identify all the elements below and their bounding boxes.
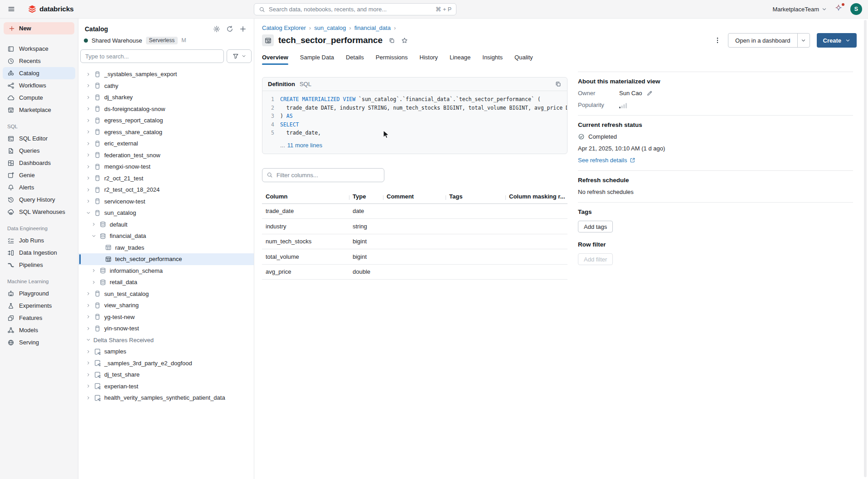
more-lines-link[interactable]: 11 more lines [287, 142, 322, 149]
sidebar-item-dashboards[interactable]: Dashboards [3, 157, 75, 169]
tree-item-egress-share-catalog[interactable]: egress_share_catalog [78, 126, 254, 138]
tab-quality[interactable]: Quality [514, 54, 533, 65]
chevron-right-icon[interactable] [85, 199, 92, 203]
sidebar-item-sql-editor[interactable]: SQL Editor [3, 132, 75, 145]
warehouse-selector[interactable]: Shared Warehouse Serverless M [78, 35, 254, 48]
sidebar-item-playground[interactable]: Playground [3, 287, 75, 300]
tree-item-default[interactable]: default [78, 219, 254, 231]
breadcrumb-financial-data[interactable]: financial_data [354, 24, 391, 31]
chevron-right-icon[interactable] [85, 188, 92, 192]
chevron-down-icon[interactable] [90, 234, 97, 238]
tab-details[interactable]: Details [346, 54, 364, 65]
workspace-switcher[interactable]: MarketplaceTeam [772, 6, 827, 13]
sidebar-item-features[interactable]: Features [3, 312, 75, 324]
menu-icon[interactable] [8, 5, 15, 13]
chevron-right-icon[interactable] [85, 165, 92, 169]
add-tags-button[interactable]: Add tags [578, 221, 613, 232]
chevron-right-icon[interactable] [85, 72, 92, 77]
tab-lineage[interactable]: Lineage [450, 54, 470, 65]
add-catalog-icon[interactable] [239, 25, 247, 33]
sidebar-item-serving[interactable]: Serving [3, 336, 75, 348]
vertical-scrollbar[interactable] [864, 20, 867, 477]
chevron-right-icon[interactable] [85, 373, 92, 377]
sidebar-item-catalog[interactable]: Catalog [3, 67, 75, 79]
breadcrumb-sun-catalog[interactable]: sun_catalog [314, 24, 346, 31]
refresh-icon[interactable] [226, 25, 233, 33]
tree-item-health-verity-samples-synthetic-patient-data[interactable]: health_verity_samples_synthetic_patient_… [78, 392, 254, 404]
chevron-right-icon[interactable] [85, 106, 92, 111]
assistant-sparkle-icon[interactable] [834, 4, 843, 14]
tree-item-federation-test-snow[interactable]: federation_test_snow [78, 150, 254, 161]
tree-item-financial-data[interactable]: financial_data [78, 230, 254, 242]
catalog-filter-button[interactable] [227, 49, 252, 63]
create-button[interactable]: Create [817, 33, 857, 48]
sidebar-item-queries[interactable]: Queries [3, 145, 75, 157]
sidebar-item-marketplace[interactable]: Marketplace [3, 104, 75, 116]
chevron-down-icon[interactable] [85, 211, 92, 215]
breadcrumb-catalog-explorer[interactable]: Catalog Explorer [262, 24, 306, 31]
tree-item-experian-test[interactable]: experian-test [78, 381, 254, 392]
tree-item-egress-report-catalog[interactable]: egress_report_catalog [78, 115, 254, 126]
filter-columns-input[interactable] [276, 172, 380, 179]
add-filter-button[interactable]: Add filter [578, 253, 613, 265]
favorite-icon[interactable] [401, 37, 408, 44]
tab-history[interactable]: History [420, 54, 438, 65]
global-search[interactable]: ⌘ + P [254, 3, 456, 15]
chevron-right-icon[interactable] [85, 314, 92, 319]
catalog-search-input[interactable] [80, 49, 224, 63]
more-actions-icon[interactable] [714, 37, 721, 44]
copy-sql-icon[interactable] [555, 81, 562, 87]
chevron-right-icon[interactable] [85, 291, 92, 296]
copy-name-icon[interactable] [388, 37, 395, 44]
sidebar-item-pipelines[interactable]: Pipelines [3, 259, 75, 271]
sidebar-item-workflows[interactable]: Workflows [3, 79, 75, 92]
avatar[interactable]: S [850, 3, 862, 15]
chevron-right-icon[interactable] [85, 303, 92, 308]
edit-owner-icon[interactable] [646, 90, 653, 97]
tree-item-eric-external[interactable]: eric_external [78, 138, 254, 150]
tab-overview[interactable]: Overview [262, 54, 288, 65]
open-dashboard-caret[interactable] [797, 34, 810, 47]
tab-permissions[interactable]: Permissions [376, 54, 408, 65]
open-in-dashboard-button[interactable]: Open in a dashboard [728, 33, 810, 48]
chevron-right-icon[interactable] [85, 361, 92, 365]
tree-item-servicenow-test[interactable]: servicenow-test [78, 196, 254, 208]
sidebar-item-sql-warehouses[interactable]: SQL Warehouses [3, 206, 75, 218]
tree-item-sun-catalog[interactable]: sun_catalog [78, 207, 254, 219]
tree-item-r2-test-oct-18-2024[interactable]: r2_test_oct_18_2024 [78, 184, 254, 196]
sidebar-item-models[interactable]: Models [3, 324, 75, 336]
tree-item-samples[interactable]: samples [78, 346, 254, 358]
filter-columns[interactable] [262, 168, 384, 182]
tree-item-yin-snow-test[interactable]: yin-snow-test [78, 323, 254, 334]
chevron-right-icon[interactable] [85, 396, 92, 400]
chevron-right-icon[interactable] [90, 222, 97, 227]
chevron-right-icon[interactable] [85, 384, 92, 388]
tree-item-sun-test-catalog[interactable]: sun_test_catalog [78, 288, 254, 300]
tree-item-information-schema[interactable]: information_schema [78, 265, 254, 277]
gear-icon[interactable] [213, 25, 220, 33]
sidebar-item-workspace[interactable]: Workspace [3, 43, 75, 55]
tree-item-raw-trades[interactable]: raw_trades [78, 242, 254, 254]
refresh-details-link[interactable]: See refresh details [578, 157, 635, 164]
tree-item-tech-sector-performance[interactable]: tech_sector_performance [78, 253, 254, 265]
sidebar-item-compute[interactable]: Compute [3, 92, 75, 104]
sidebar-item-genie[interactable]: Genie [3, 169, 75, 181]
chevron-right-icon[interactable] [85, 130, 92, 134]
chevron-right-icon[interactable] [90, 268, 97, 273]
tree-item-r2-oct-21-test[interactable]: r2_oct_21_test [78, 173, 254, 184]
tree-item-yg-test-new[interactable]: yg-test-new [78, 311, 254, 323]
chevron-right-icon[interactable] [85, 326, 92, 331]
sidebar-item-experiments[interactable]: Experiments [3, 300, 75, 312]
tree-item-systables-samples-export[interactable]: _systables_samples_export [78, 68, 254, 80]
tree-item-view-sharing[interactable]: view_sharing [78, 300, 254, 311]
tree-item-cathy[interactable]: cathy [78, 80, 254, 92]
chevron-down-icon[interactable] [85, 338, 92, 342]
tree-item-dj-sharkey[interactable]: dj_sharkey [78, 92, 254, 103]
tab-insights[interactable]: Insights [482, 54, 503, 65]
chevron-right-icon[interactable] [85, 95, 92, 100]
chevron-right-icon[interactable] [85, 118, 92, 123]
sidebar-item-query-history[interactable]: Query History [3, 194, 75, 206]
tree-item-retail-data[interactable]: retail_data [78, 276, 254, 288]
sidebar-item-job-runs[interactable]: Job Runs [3, 234, 75, 247]
tree-item-samples-3rd-party-e2-dogfood[interactable]: _samples_3rd_party_e2_dogfood [78, 358, 254, 369]
